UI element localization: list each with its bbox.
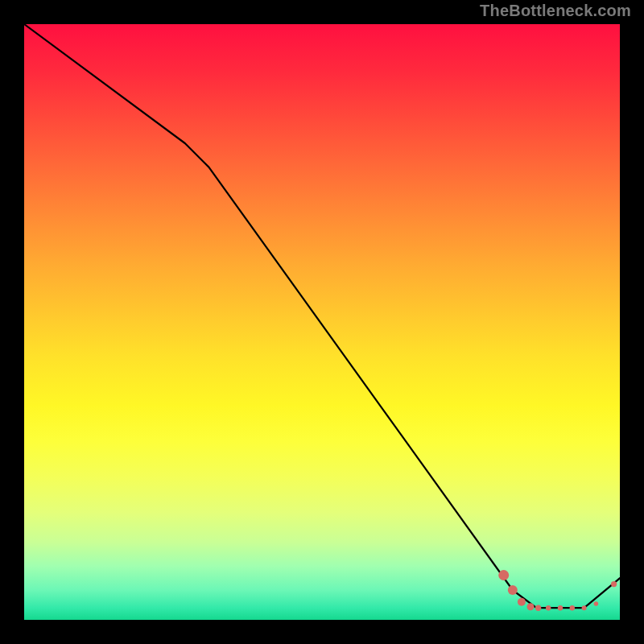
curve-marker <box>611 581 617 587</box>
curve-marker <box>508 585 518 595</box>
bottleneck-curve <box>24 24 620 608</box>
watermark-text: TheBottleneck.com <box>480 2 631 20</box>
curve-marker <box>535 605 541 611</box>
chart-frame: TheBottleneck.com <box>0 0 644 644</box>
curve-marker <box>518 598 526 606</box>
curve-marker <box>498 570 509 580</box>
curve-marker <box>582 605 587 610</box>
chart-svg <box>24 24 620 620</box>
curve-marker <box>570 605 575 610</box>
curve-marker <box>546 605 551 610</box>
plot-area <box>24 24 620 620</box>
curve-marker <box>558 605 563 610</box>
curve-markers <box>498 570 617 611</box>
curve-marker <box>594 601 599 606</box>
curve-marker <box>527 603 535 610</box>
